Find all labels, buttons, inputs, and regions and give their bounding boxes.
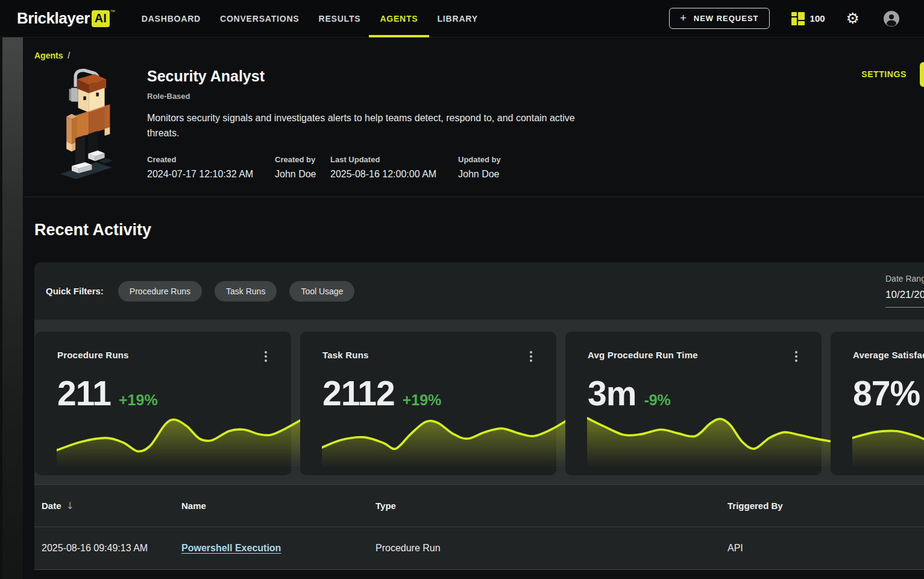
- filter-chip-tool-usage[interactable]: Tool Usage: [289, 281, 354, 302]
- table-header-row: Date↓NameTypeTriggered By: [34, 484, 924, 527]
- stat-delta: +19%: [119, 391, 158, 409]
- filter-chip-procedure-runs[interactable]: Procedure Runs: [118, 281, 202, 302]
- date-range-value[interactable]: 10/21/2025: [885, 289, 924, 308]
- kebab-menu-icon[interactable]: [794, 350, 799, 363]
- stat-card-average-satisfaction-score: Average Satisfaction Score 87% +2: [831, 332, 924, 475]
- meta-value: 2024-07-17 12:10:32 AM: [147, 169, 263, 180]
- stat-delta: -9%: [644, 391, 670, 409]
- nav-item-dashboard[interactable]: DASHBOARD: [142, 0, 201, 37]
- nav-item-results[interactable]: RESULTS: [318, 0, 360, 37]
- top-navigation-bar: Bricklayer AI ™ DASHBOARDCONVERSATIONSRE…: [0, 0, 924, 37]
- column-label: Name: [181, 501, 206, 511]
- agent-settings-link[interactable]: SETTINGS: [861, 69, 907, 79]
- date-range-label: Date Range: [885, 274, 924, 283]
- meta-value: John Doe: [458, 169, 501, 180]
- brand-name: Bricklayer: [17, 9, 90, 28]
- column-header-name[interactable]: Name: [181, 501, 376, 511]
- credits-grid-icon: [791, 12, 805, 25]
- column-label: Type: [376, 501, 396, 511]
- agent-meta-item: Updated byJohn Doe: [458, 155, 501, 180]
- recent-activity-heading: Recent Activity: [34, 221, 924, 239]
- nav-item-agents[interactable]: AGENTS: [380, 0, 418, 37]
- nav-item-library[interactable]: LIBRARY: [438, 0, 478, 37]
- sparkline-chart: [57, 411, 303, 467]
- main-nav: DASHBOARDCONVERSATIONSRESULTSAGENTSLIBRA…: [142, 0, 478, 37]
- trademark-symbol: ™: [110, 9, 115, 14]
- agent-meta-item: Created2024-07-17 12:10:32 AM: [147, 155, 263, 180]
- nav-item-conversations[interactable]: CONVERSATIONS: [220, 0, 300, 37]
- new-request-button[interactable]: + NEW REQUEST: [669, 8, 769, 29]
- new-request-label: NEW REQUEST: [694, 14, 759, 23]
- meta-label: Last Updated: [330, 155, 446, 164]
- edge-action-button[interactable]: [920, 62, 924, 87]
- user-avatar-icon: [884, 11, 899, 27]
- recent-activity-table: Date↓NameTypeTriggered By 2025-08-16 09:…: [34, 484, 924, 570]
- meta-label: Created by: [275, 155, 318, 164]
- meta-value: John Doe: [275, 169, 318, 180]
- meta-value: 2025-08-16 12:00:00 AM: [330, 169, 446, 180]
- filter-chip-task-runs[interactable]: Task Runs: [215, 281, 277, 302]
- meta-label: Created: [147, 155, 263, 164]
- date-range-field[interactable]: Date Range 10/21/2025: [885, 274, 924, 308]
- agent-header-section: Agents /: [24, 37, 924, 197]
- plus-icon: +: [680, 14, 687, 22]
- stat-value: 2112: [322, 376, 395, 411]
- brand-ai-badge: AI: [92, 10, 110, 27]
- stat-value-row: 211 +19%: [57, 376, 280, 411]
- table-body: 2025-08-16 09:49:13 AMPowershell Executi…: [34, 527, 924, 570]
- stat-card-header: Task Runs: [322, 350, 545, 363]
- agent-meta-item: Created byJohn Doe: [275, 155, 318, 180]
- stat-cards-row: Procedure Runs 211 +19% Task Runs 2112 +…: [34, 320, 924, 484]
- breadcrumb-separator: /: [68, 51, 70, 60]
- stat-value-row: 87% +2: [853, 376, 924, 411]
- brand-logo[interactable]: Bricklayer AI ™: [17, 9, 115, 28]
- kebab-menu-icon[interactable]: [263, 350, 268, 363]
- sparkline-chart: [322, 411, 568, 467]
- sparkline-chart: [587, 411, 834, 467]
- stat-card-title: Avg Procedure Run Time: [588, 350, 698, 360]
- stat-value-row: 3m -9%: [588, 376, 811, 411]
- column-header-type[interactable]: Type: [376, 501, 728, 511]
- quick-filters-label: Quick Filters:: [46, 286, 104, 296]
- column-label: Date: [42, 501, 61, 511]
- kebab-menu-icon[interactable]: [529, 350, 533, 363]
- stat-card-avg-procedure-run-time: Avg Procedure Run Time 3m -9%: [565, 332, 822, 475]
- meta-label: Updated by: [458, 155, 501, 164]
- stat-value-row: 2112 +19%: [322, 376, 545, 411]
- agent-meta: Created2024-07-17 12:10:32 AMCreated byJ…: [147, 155, 606, 180]
- breadcrumb: Agents /: [34, 51, 924, 60]
- sparkline-chart: [852, 411, 924, 467]
- stat-card-title: Average Satisfaction Score: [853, 350, 924, 360]
- credits-indicator[interactable]: 100: [791, 12, 825, 25]
- stat-value: 87%: [853, 376, 920, 411]
- stat-card-title: Procedure Runs: [57, 350, 129, 360]
- stat-card-header: Average Satisfaction Score: [853, 350, 924, 363]
- agent-description: Monitors security signals and investigat…: [147, 110, 606, 141]
- stat-card-header: Procedure Runs: [57, 350, 280, 363]
- cell-name: Powershell Execution: [181, 543, 376, 554]
- stat-card-procedure-runs: Procedure Runs 211 +19%: [35, 332, 291, 475]
- stat-card-header: Avg Procedure Run Time: [588, 350, 811, 363]
- left-scrollbar-strip[interactable]: [2, 37, 23, 579]
- table-row: 2025-08-16 09:49:13 AMPowershell Executi…: [34, 527, 924, 570]
- sort-desc-icon[interactable]: ↓: [66, 500, 74, 511]
- column-header-date[interactable]: Date↓: [42, 500, 181, 511]
- column-header-triggered-by[interactable]: Triggered By: [728, 501, 924, 511]
- breadcrumb-agents-link[interactable]: Agents: [34, 51, 63, 60]
- stat-card-title: Task Runs: [322, 350, 369, 360]
- user-avatar-button[interactable]: [884, 11, 899, 27]
- settings-gear-icon[interactable]: ⚙: [846, 11, 860, 26]
- column-label: Triggered By: [728, 501, 783, 511]
- agent-voxel-avatar: [45, 62, 125, 182]
- stat-card-task-runs: Task Runs 2112 +19%: [300, 332, 556, 475]
- recent-activity-panel: Quick Filters: Procedure RunsTask RunsTo…: [34, 262, 924, 570]
- row-name-link[interactable]: Powershell Execution: [181, 543, 281, 553]
- credits-count: 100: [810, 13, 825, 24]
- stat-value: 211: [57, 376, 111, 411]
- topbar-actions: + NEW REQUEST 100 ⚙: [669, 8, 899, 29]
- agent-title: Security Analyst: [147, 68, 606, 85]
- stat-delta: +19%: [403, 391, 442, 409]
- agent-category: Role-Based: [147, 92, 606, 101]
- agent-meta-item: Last Updated2025-08-16 12:00:00 AM: [330, 155, 446, 180]
- quick-filter-chips: Procedure RunsTask RunsTool Usage: [118, 281, 355, 302]
